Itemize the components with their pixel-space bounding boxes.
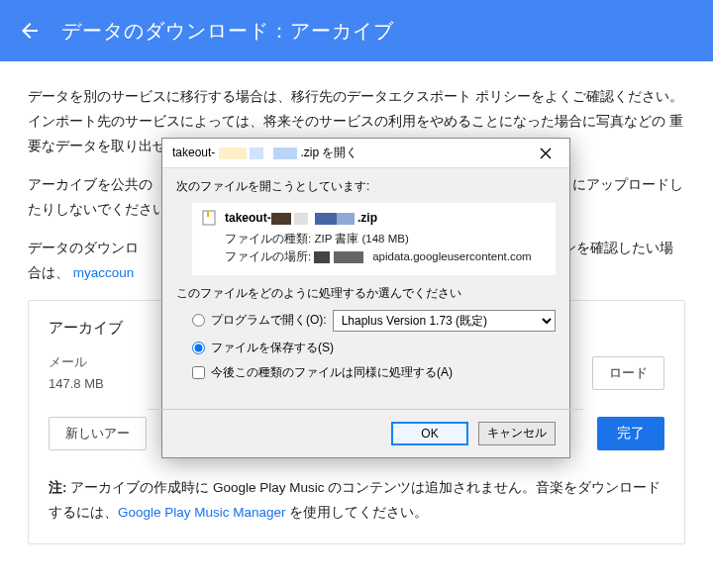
dialog-body: 次のファイルを開こうとしています: takeout- .zip ファイルの種類:…	[162, 168, 569, 409]
redacted-block	[250, 147, 263, 159]
dlg-title-a: takeout-	[172, 146, 215, 159]
archive-footnote: 注: アーカイブの作成時に Google Play Music のコンテンツは追…	[49, 476, 664, 526]
redacted-block	[271, 213, 291, 225]
dialog-file-info: takeout- .zip ファイルの種類: ZIP 書庫 (148 MB) フ…	[192, 203, 556, 275]
redacted-block	[334, 251, 363, 263]
play-music-manager-link[interactable]: Google Play Music Manager	[118, 505, 286, 520]
archive-mail-label: メール	[49, 351, 104, 373]
redacted-block	[219, 147, 247, 159]
dialog-file-type: ファイルの種類: ZIP 書庫 (148 MB)	[201, 230, 547, 247]
remember-checkbox[interactable]	[192, 366, 205, 379]
dialog-titlebar: takeout- .zip を開く	[162, 139, 569, 168]
para2-a: アーカイブを公共の	[28, 177, 153, 192]
note-prefix: 注:	[49, 480, 67, 495]
dialog-subtitle: 次のファイルを開こうとしています:	[176, 178, 556, 195]
download-button[interactable]: ロード	[592, 356, 664, 390]
redacted-block	[337, 213, 355, 225]
dialog-question: このファイルをどのように処理するか選んでください	[176, 285, 556, 302]
open-with-select[interactable]: Lhaplus Version 1.73 (既定)	[333, 310, 556, 332]
fileloc-label: ファイルの場所:	[225, 247, 311, 265]
dialog-title: takeout- .zip を開く	[172, 145, 530, 161]
save-file-radio[interactable]	[192, 342, 205, 354]
redacted-block	[273, 147, 297, 159]
ok-button[interactable]: OK	[391, 422, 468, 445]
dialog-file-location: ファイルの場所: apidata.googleusercontent.com	[201, 247, 547, 265]
archive-mail-size: 147.8 MB	[49, 373, 104, 395]
back-arrow-icon[interactable]	[18, 19, 42, 43]
option-save-file[interactable]: ファイルを保存する(S)	[192, 340, 556, 356]
redacted-block	[294, 213, 308, 225]
dialog-options: プログラムで開く(O): Lhaplus Version 1.73 (既定) フ…	[176, 310, 556, 356]
filetype-value: ZIP 書庫 (148 MB)	[314, 233, 408, 245]
dialog-button-bar: OK キャンセル	[162, 410, 569, 457]
open-with-radio[interactable]	[192, 314, 205, 327]
cancel-button[interactable]: キャンセル	[478, 422, 556, 445]
option-remember[interactable]: 今後この種類のファイルは同様に処理する(A)	[192, 364, 556, 381]
remember-label: 今後この種類のファイルは同様に処理する(A)	[211, 364, 453, 381]
redacted-block	[315, 213, 337, 225]
new-archive-button[interactable]: 新しいアー	[49, 417, 147, 450]
fn-b: .zip	[357, 211, 377, 225]
svg-rect-1	[207, 211, 209, 217]
save-file-label: ファイルを保存する(S)	[211, 340, 334, 356]
page-title: データのダウンロード：アーカイブ	[61, 18, 394, 45]
note-b: を使用してください。	[286, 505, 429, 520]
filetype-label: ファイルの種類:	[225, 230, 311, 247]
close-icon[interactable]	[530, 142, 561, 165]
file-open-dialog: takeout- .zip を開く 次のファイルを開こうとしています: take…	[161, 138, 570, 458]
dlg-title-b: .zip を開く	[300, 146, 357, 159]
redacted-block	[314, 251, 330, 263]
myaccount-link[interactable]: myaccoun	[73, 265, 135, 280]
dialog-filename: takeout- .zip	[225, 211, 377, 225]
open-with-label: プログラムで開く(O):	[211, 312, 327, 329]
done-button[interactable]: 完了	[597, 417, 664, 450]
fn-a: takeout-	[225, 211, 271, 225]
zip-file-icon	[201, 210, 217, 226]
para3-a: データのダウンロ	[28, 241, 139, 255]
option-open-with[interactable]: プログラムで開く(O): Lhaplus Version 1.73 (既定)	[192, 310, 556, 332]
fileloc-value: apidata.googleusercontent.com	[372, 250, 531, 262]
page-header: データのダウンロード：アーカイブ	[0, 0, 713, 61]
